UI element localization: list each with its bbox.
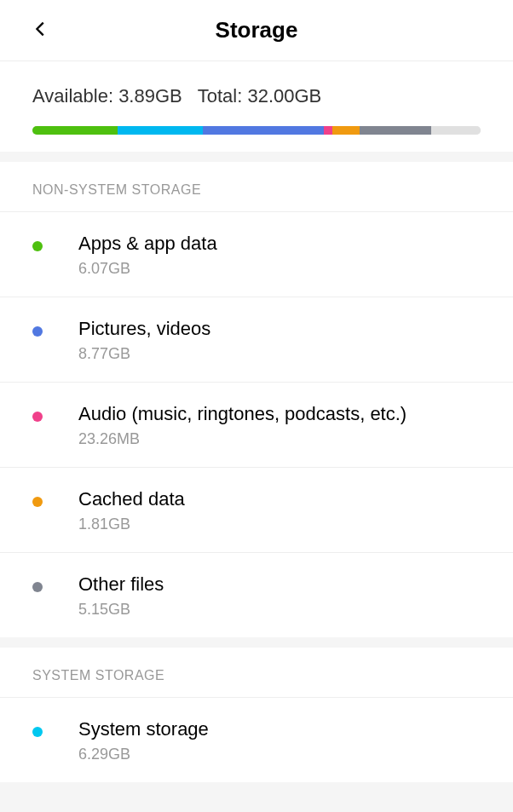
bar-segment bbox=[332, 126, 360, 135]
summary-text: Available: 3.89GB Total: 32.00GB bbox=[32, 85, 481, 107]
bar-segment bbox=[118, 126, 203, 135]
row-text: Audio (music, ringtones, podcasts, etc.)… bbox=[78, 403, 481, 448]
storage-summary: Available: 3.89GB Total: 32.00GB bbox=[0, 61, 513, 152]
bar-segment bbox=[324, 126, 333, 135]
row-size: 6.07GB bbox=[78, 260, 481, 278]
storage-row[interactable]: Apps & app data6.07GB bbox=[0, 212, 513, 297]
row-title: Apps & app data bbox=[78, 233, 481, 255]
row-title: Audio (music, ringtones, podcasts, etc.) bbox=[78, 403, 481, 425]
row-title: Cached data bbox=[78, 488, 481, 510]
back-button[interactable] bbox=[24, 14, 58, 48]
storage-row[interactable]: Other files5.15GB bbox=[0, 553, 513, 637]
bar-segment bbox=[203, 126, 324, 135]
chevron-left-icon bbox=[32, 20, 50, 42]
storage-section: System storageSystem storage6.29GB bbox=[0, 648, 513, 782]
row-size: 8.77GB bbox=[78, 345, 481, 363]
section-header: System storage bbox=[0, 648, 513, 698]
row-text: Apps & app data6.07GB bbox=[78, 233, 481, 278]
storage-bar bbox=[32, 126, 481, 135]
storage-row[interactable]: Cached data1.81GB bbox=[0, 468, 513, 553]
available-block: Available: 3.89GB bbox=[32, 85, 182, 107]
bar-segment bbox=[360, 126, 431, 135]
bar-segment bbox=[32, 126, 118, 135]
row-text: Cached data1.81GB bbox=[78, 488, 481, 533]
app-header: Storage bbox=[0, 0, 513, 61]
row-size: 5.15GB bbox=[78, 601, 481, 619]
color-dot-icon bbox=[32, 412, 43, 422]
total-block: Total: 32.00GB bbox=[198, 85, 322, 107]
storage-row[interactable]: Audio (music, ringtones, podcasts, etc.)… bbox=[0, 383, 513, 468]
color-dot-icon bbox=[32, 241, 43, 251]
row-title: System storage bbox=[78, 718, 481, 740]
row-title: Other files bbox=[78, 573, 481, 596]
page-title: Storage bbox=[0, 17, 513, 43]
storage-row[interactable]: Pictures, videos8.77GB bbox=[0, 297, 513, 383]
storage-row[interactable]: System storage6.29GB bbox=[0, 698, 513, 782]
row-size: 23.26MB bbox=[78, 430, 481, 448]
color-dot-icon bbox=[32, 582, 43, 592]
row-text: Other files5.15GB bbox=[78, 573, 481, 619]
section-header: Non-system storage bbox=[0, 162, 513, 212]
color-dot-icon bbox=[32, 727, 43, 737]
color-dot-icon bbox=[32, 497, 43, 507]
bar-segment bbox=[431, 126, 481, 135]
row-text: Pictures, videos8.77GB bbox=[78, 318, 481, 363]
row-size: 6.29GB bbox=[78, 746, 481, 763]
row-size: 1.81GB bbox=[78, 515, 481, 533]
color-dot-icon bbox=[32, 326, 43, 337]
storage-section: Non-system storageApps & app data6.07GBP… bbox=[0, 162, 513, 637]
row-title: Pictures, videos bbox=[78, 318, 481, 340]
row-text: System storage6.29GB bbox=[78, 718, 481, 763]
